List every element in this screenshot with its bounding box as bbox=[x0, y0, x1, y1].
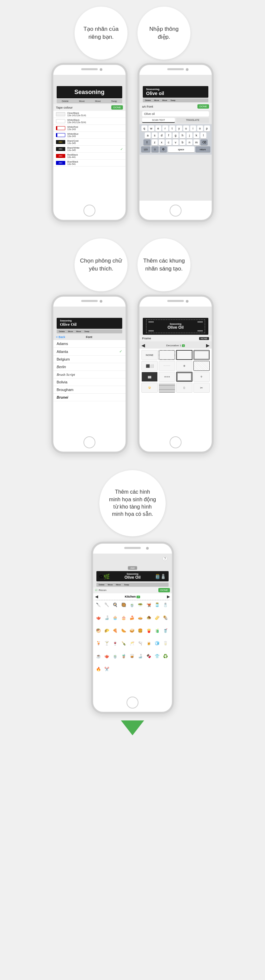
key-p[interactable]: p bbox=[204, 126, 210, 131]
icon-birthday-cake[interactable]: 🎂 bbox=[120, 614, 127, 621]
icon-salad[interactable]: 🥗 bbox=[137, 601, 144, 608]
icon-juice[interactable]: 🧃 bbox=[154, 627, 160, 634]
frame-cell-5[interactable]: ⋯⋯⋯ bbox=[159, 361, 175, 371]
key-r[interactable]: r bbox=[162, 126, 168, 131]
scan-text-btn[interactable]: SCAN TEXT bbox=[142, 118, 175, 123]
icon-jar[interactable]: 🫙 bbox=[154, 601, 160, 608]
key-z[interactable]: z bbox=[152, 139, 158, 145]
key-y[interactable]: y bbox=[176, 126, 182, 131]
icon-pour[interactable]: 🫗 bbox=[137, 640, 144, 647]
key-q[interactable]: q bbox=[141, 126, 147, 131]
icon-falafel2[interactable]: 🥙 bbox=[95, 627, 102, 634]
color-white-black[interactable]: White/Black12e-241/12e-5241 bbox=[53, 118, 126, 125]
color-red-black[interactable]: ABC Red/Black12e-441 bbox=[53, 153, 126, 159]
font-berlin[interactable]: Berlin bbox=[53, 363, 126, 371]
frame-cell-7[interactable] bbox=[193, 361, 210, 371]
icon-boba[interactable]: 🧋 bbox=[120, 653, 127, 660]
icon-cocktail[interactable]: 🍹 bbox=[95, 640, 102, 647]
font-brunei[interactable]: Brunei bbox=[53, 394, 126, 401]
key-j[interactable]: j bbox=[187, 132, 192, 138]
icon-beer[interactable]: 🍺 bbox=[145, 640, 152, 647]
key-shift[interactable]: ⇧ bbox=[144, 139, 151, 145]
color-white-red[interactable]: White/Red12e-243 bbox=[53, 125, 126, 132]
none-btn[interactable]: NONE bbox=[199, 337, 209, 340]
key-w[interactable]: w bbox=[148, 126, 154, 131]
key-mic[interactable]: ⚙ bbox=[160, 146, 167, 152]
frame-cell-none[interactable]: NONE bbox=[141, 350, 158, 360]
icon-martini[interactable]: 🍸 bbox=[103, 640, 110, 647]
frame-cell-4[interactable]: ⬛⬜ bbox=[141, 361, 158, 371]
icon-pizza[interactable]: 🍕 bbox=[112, 627, 118, 634]
icon-recycle[interactable]: ♻️ bbox=[162, 653, 169, 660]
icon-teapot[interactable]: 🫖 bbox=[95, 614, 102, 621]
frame-cell-11[interactable]: ⚜ bbox=[193, 372, 210, 382]
sw-btn5[interactable]: Swap bbox=[123, 583, 130, 586]
frame-cell-8[interactable]: ▓▓ bbox=[141, 372, 158, 382]
swap-btn[interactable]: Swap bbox=[111, 100, 117, 102]
mv-btn3[interactable]: Move bbox=[67, 330, 74, 333]
cat-prev-btn[interactable]: ◀ bbox=[95, 594, 98, 599]
icon-cake[interactable]: 🍰 bbox=[129, 614, 135, 621]
icon-cupcake[interactable]: 🧁 bbox=[112, 614, 118, 621]
icon-spoon[interactable]: 🥄 bbox=[103, 601, 110, 608]
frame-next-btn[interactable]: ▶ bbox=[206, 343, 210, 348]
key-space[interactable]: space bbox=[168, 146, 195, 152]
icon-soda[interactable]: 🥤 bbox=[162, 627, 169, 634]
key-i[interactable]: i bbox=[190, 126, 196, 131]
icon-scissors[interactable]: ✂️ bbox=[103, 666, 110, 673]
frame-cell-13[interactable] bbox=[159, 383, 175, 393]
icon-burger[interactable]: 🍔 bbox=[137, 627, 144, 634]
color-black-gold[interactable]: ABC Black/Gold12e-345 bbox=[53, 139, 126, 146]
key-s[interactable]: s bbox=[152, 132, 158, 138]
done-btn5[interactable]: DONE bbox=[158, 588, 170, 592]
icon-hotdog[interactable]: 🌭 bbox=[120, 627, 127, 634]
key-d[interactable]: d bbox=[159, 132, 164, 138]
key-u[interactable]: u bbox=[183, 126, 189, 131]
icon-tumbler[interactable]: 🥃 bbox=[129, 653, 135, 660]
key-b[interactable]: b bbox=[180, 139, 185, 145]
phone-home-button4[interactable] bbox=[169, 436, 182, 448]
key-a[interactable]: a bbox=[145, 132, 151, 138]
frame-prev-btn[interactable]: ◀ bbox=[141, 343, 145, 348]
font-belgium[interactable]: Belgium bbox=[53, 356, 126, 363]
icon-pie[interactable]: 🥧 bbox=[137, 614, 144, 621]
icon-salt[interactable]: 🧂 bbox=[162, 601, 169, 608]
icon-burrito[interactable]: 🌯 bbox=[162, 614, 169, 621]
key-h[interactable]: h bbox=[180, 132, 185, 138]
frame-cell-2[interactable] bbox=[176, 350, 192, 360]
done-button[interactable]: DONE bbox=[111, 105, 123, 110]
delete-btn[interactable]: Delete bbox=[62, 100, 69, 102]
icon-green-tea[interactable]: 🍵 bbox=[112, 653, 118, 660]
phone-home-button[interactable] bbox=[83, 205, 96, 216]
frame-cell-15[interactable]: ✂ bbox=[193, 383, 210, 393]
help-icon[interactable]: ? bbox=[163, 556, 167, 561]
font-bolivia[interactable]: Bolivia bbox=[53, 379, 126, 386]
icon-champagne-glass[interactable]: 🥂 bbox=[129, 640, 135, 647]
icon-pan[interactable]: 🍳 bbox=[112, 601, 118, 608]
mv-btn5[interactable]: Move bbox=[107, 583, 113, 586]
key-f[interactable]: f bbox=[166, 132, 172, 138]
key-e[interactable]: e bbox=[155, 126, 161, 131]
icon-teapot2[interactable]: 🫖 bbox=[103, 653, 110, 660]
key-n[interactable]: n bbox=[187, 139, 192, 145]
color-black-white[interactable]: ABC Black/White12e-345 ✓ bbox=[53, 146, 126, 153]
icon-pot[interactable]: 🥘 bbox=[120, 601, 127, 608]
font-brush-script[interactable]: Brush Script bbox=[53, 371, 126, 379]
sw-btn3[interactable]: Swap bbox=[83, 330, 91, 333]
icon-sake[interactable]: 🍶 bbox=[103, 614, 110, 621]
key-k[interactable]: k bbox=[193, 132, 200, 138]
font-brougham[interactable]: Brougham bbox=[53, 386, 126, 394]
icon-champagne-bottle[interactable]: 🍾 bbox=[120, 640, 127, 647]
icon-wine[interactable]: 🍷 bbox=[112, 640, 118, 647]
move-btn1[interactable]: Move bbox=[79, 100, 85, 102]
icon-sandwich[interactable]: 🥪 bbox=[129, 627, 135, 634]
key-delete[interactable]: ⌫ bbox=[200, 139, 208, 145]
key-123[interactable]: 123 bbox=[141, 146, 150, 152]
frame-cell-3[interactable] bbox=[193, 350, 210, 360]
key-x[interactable]: x bbox=[159, 139, 164, 145]
key-v[interactable]: v bbox=[172, 139, 179, 145]
done-btn2[interactable]: DONE bbox=[198, 104, 209, 108]
mv-btn5b[interactable]: Move bbox=[115, 583, 122, 586]
phone-home-button3[interactable] bbox=[83, 436, 96, 448]
text-input[interactable]: Olive oil bbox=[142, 111, 209, 116]
